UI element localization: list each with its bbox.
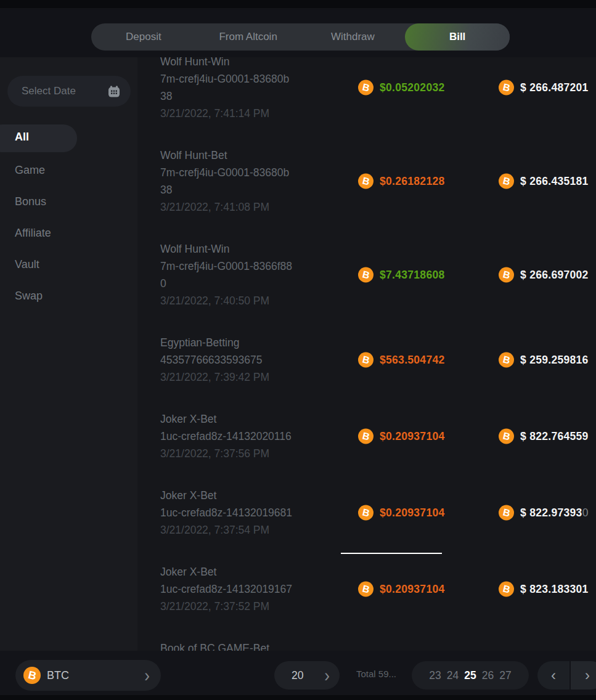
tab-withdraw[interactable]: Withdraw	[301, 23, 406, 51]
bitcoin-icon: B	[499, 174, 514, 189]
transaction-amount: B $0.05202032	[358, 80, 445, 96]
page-size-value: 20	[292, 669, 303, 682]
pagination-nav: ‹ ›	[537, 661, 596, 690]
transaction-id: 1uc-crefad8z-14132019681	[160, 504, 293, 521]
bill-page: Wolf Hunt-Win 7m-crefj4iu-G0001-83680b38…	[0, 0, 596, 700]
table-row: Joker X-Bet 1uc-crefad8z-14132020116 3/2…	[160, 410, 596, 462]
tab-bar: Deposit From Altcoin Withdraw Bill	[91, 23, 510, 51]
table-row: Joker X-Bet 1uc-crefad8z-14132019681 3/2…	[160, 487, 596, 539]
select-date-input[interactable]: Select Date	[7, 76, 131, 107]
divider-line	[341, 553, 442, 554]
sidebar-item-affiliate[interactable]: Affiliate	[15, 226, 51, 240]
transaction-title: Wolf Hunt-Win	[160, 57, 293, 70]
transaction-amount: B $563.504742	[358, 352, 445, 368]
transaction-amount: B $0.20937104	[358, 429, 445, 444]
tab-deposit[interactable]: Deposit	[91, 23, 196, 51]
bitcoin-icon: B	[499, 429, 514, 444]
chevron-left-icon: ‹	[551, 667, 556, 684]
previous-page-button[interactable]: ‹	[537, 661, 571, 690]
transaction-time: 3/21/2022, 7:39:42 PM	[160, 368, 293, 386]
sidebar-item-bonus[interactable]: Bonus	[15, 194, 46, 209]
transaction-balance: B $ 266.435181	[499, 174, 589, 189]
page-number-27[interactable]: 27	[499, 669, 511, 682]
transaction-id: 1uc-crefad8z-14132019167	[160, 580, 293, 598]
transaction-amount: B $0.26182128	[358, 174, 445, 189]
chevron-right-icon: ›	[144, 666, 150, 685]
tab-from-altcoin[interactable]: From Altcoin	[196, 23, 301, 51]
transaction-balance: B $ 823.183301	[499, 582, 589, 597]
bitcoin-icon: B	[499, 80, 514, 96]
currency-label: BTC	[47, 669, 144, 682]
sidebar-item-all[interactable]: All	[0, 124, 77, 152]
page-number-23[interactable]: 23	[429, 669, 441, 682]
transaction-title: Book of BC GAME-Bet	[160, 640, 293, 651]
footer-bar: B BTC › 20 › Total 59... 23 24 25 26 27 …	[0, 651, 596, 700]
transaction-title: Joker X-Bet	[160, 487, 293, 504]
tab-bill[interactable]: Bill	[405, 23, 510, 51]
sidebar-item-swap[interactable]: Swap	[15, 288, 43, 303]
transaction-balance: B $ 259.259816	[499, 352, 589, 368]
transaction-time: 3/21/2022, 7:37:56 PM	[160, 445, 293, 462]
currency-selector[interactable]: B BTC ›	[15, 660, 161, 691]
transaction-id: 7m-crefj4iu-G0001-83680b38	[160, 70, 293, 105]
page-number-26[interactable]: 26	[482, 669, 494, 682]
calendar-icon	[108, 86, 120, 97]
transaction-amount: B $0.20937104	[358, 505, 445, 521]
table-row: Wolf Hunt-Bet 7m-crefj4iu-G0001-83680b38…	[160, 147, 596, 216]
bitcoin-icon: B	[499, 267, 514, 283]
next-page-button[interactable]: ›	[571, 661, 596, 690]
bitcoin-icon: B	[23, 667, 41, 684]
transaction-title: Wolf Hunt-Win	[160, 240, 293, 258]
filter-sidebar: Select Date All Game Bonus Affiliate Vau…	[0, 57, 137, 651]
transaction-id: 7m-crefj4iu-G0001-8366f880	[160, 258, 293, 292]
transaction-amount: B $0.20937104	[358, 582, 445, 597]
bottom-strip	[0, 695, 596, 700]
transaction-balance: B $ 266.487201	[499, 80, 589, 96]
bitcoin-icon: B	[358, 429, 374, 444]
select-date-label: Select Date	[22, 85, 76, 97]
page-number-24[interactable]: 24	[447, 669, 459, 682]
chevron-right-icon: ›	[585, 667, 590, 684]
transaction-title: Joker X-Bet	[160, 563, 293, 580]
top-strip	[0, 0, 596, 8]
transaction-id: 1uc-crefad8z-14132020116	[160, 428, 293, 445]
sidebar-item-vault[interactable]: Vault	[15, 257, 39, 272]
transaction-id: 7m-crefj4iu-G0001-83680b38	[160, 164, 293, 198]
transaction-title: Joker X-Bet	[160, 410, 293, 428]
bitcoin-icon: B	[499, 582, 514, 597]
transaction-amount: B $7.43718608	[358, 267, 445, 283]
chevron-right-icon: ›	[324, 666, 330, 685]
sidebar-item-label: All	[15, 131, 29, 144]
sidebar-item-game[interactable]: Game	[15, 163, 45, 177]
table-row: Egyptian-Betting 45357766633593675 3/21/…	[160, 334, 596, 386]
transaction-time: 3/21/2022, 7:37:54 PM	[160, 521, 293, 539]
transaction-time: 3/21/2022, 7:37:52 PM	[160, 598, 293, 615]
transaction-list: Wolf Hunt-Win 7m-crefj4iu-G0001-83680b38…	[137, 57, 596, 651]
transaction-balance: B $ 822.973930	[499, 505, 589, 521]
bitcoin-icon: B	[358, 174, 374, 189]
transaction-time: 3/21/2022, 7:41:08 PM	[160, 198, 293, 216]
bitcoin-icon: B	[358, 352, 374, 368]
transaction-title: Wolf Hunt-Bet	[160, 147, 293, 164]
bitcoin-icon: B	[358, 582, 374, 597]
table-row: Wolf Hunt-Win 7m-crefj4iu-G0001-8366f880…	[160, 240, 596, 309]
transaction-balance: B $ 822.764559	[499, 429, 589, 444]
bitcoin-icon: B	[358, 80, 374, 96]
pagination: 23 24 25 26 27	[412, 661, 529, 690]
page-number-25-current[interactable]: 25	[464, 669, 476, 682]
total-label: Total 59...	[356, 669, 396, 679]
page-size-selector[interactable]: 20 ›	[274, 661, 340, 690]
table-row: Joker X-Bet 1uc-crefad8z-14132019167 3/2…	[160, 563, 596, 615]
bitcoin-icon: B	[499, 352, 514, 368]
transaction-id: 45357766633593675	[160, 351, 293, 368]
bitcoin-icon: B	[499, 505, 514, 521]
transaction-balance: B $ 266.697002	[499, 267, 589, 283]
bitcoin-icon: B	[358, 505, 374, 521]
table-row: Wolf Hunt-Win 7m-crefj4iu-G0001-83680b38…	[160, 57, 596, 122]
transaction-time: 3/21/2022, 7:40:50 PM	[160, 292, 293, 309]
transaction-title: Egyptian-Betting	[160, 334, 293, 351]
table-row: Book of BC GAME-Bet	[160, 640, 596, 651]
header: Deposit From Altcoin Withdraw Bill	[0, 0, 596, 57]
bitcoin-icon: B	[358, 267, 374, 283]
transaction-time: 3/21/2022, 7:41:14 PM	[160, 105, 293, 122]
